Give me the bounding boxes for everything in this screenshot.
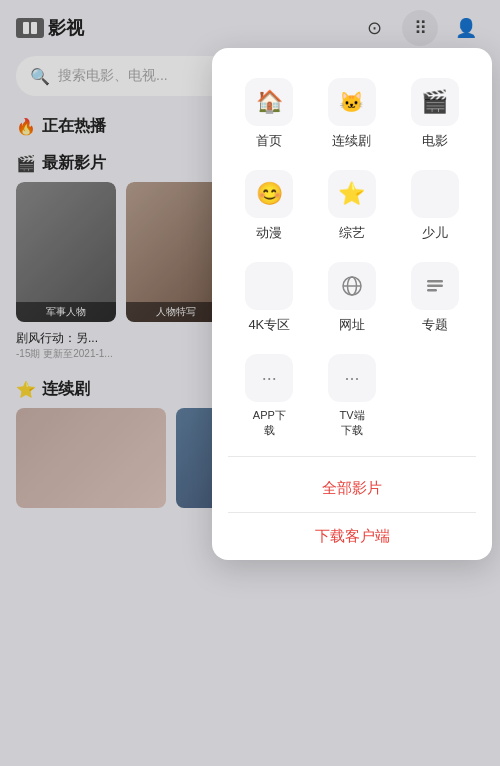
topic-icon bbox=[411, 262, 459, 310]
url-icon bbox=[328, 262, 376, 310]
tv-download-icon: ··· bbox=[328, 354, 376, 402]
menu-item-kids[interactable]: 少儿 bbox=[393, 160, 476, 252]
menu-item-variety[interactable]: ⭐ 综艺 bbox=[311, 160, 394, 252]
tv-download-label: TV端 下载 bbox=[339, 408, 364, 438]
home-icon: 🏠 bbox=[245, 78, 293, 126]
menu-item-topic[interactable]: 专题 bbox=[393, 252, 476, 344]
movie-label: 电影 bbox=[422, 132, 448, 150]
menu-item-url[interactable]: 网址 bbox=[311, 252, 394, 344]
topic-label: 专题 bbox=[422, 316, 448, 334]
app-download-icon: ··· bbox=[245, 354, 293, 402]
dropdown-menu: 🏠 首页 🐱 连续剧 🎬 电影 😊 动漫 ⭐ 综艺 少儿 4K专区 bbox=[212, 48, 492, 560]
url-label: 网址 bbox=[339, 316, 365, 334]
movie-icon: 🎬 bbox=[411, 78, 459, 126]
4k-label: 4K专区 bbox=[248, 316, 290, 334]
menu-item-anime[interactable]: 😊 动漫 bbox=[228, 160, 311, 252]
kids-label: 少儿 bbox=[422, 224, 448, 242]
menu-item-empty bbox=[393, 344, 476, 448]
variety-icon: ⭐ bbox=[328, 170, 376, 218]
svg-rect-4 bbox=[427, 285, 443, 288]
menu-item-home[interactable]: 🏠 首页 bbox=[228, 68, 311, 160]
anime-label: 动漫 bbox=[256, 224, 282, 242]
drama-icon: 🐱 bbox=[328, 78, 376, 126]
menu-item-4k[interactable]: 4K专区 bbox=[228, 252, 311, 344]
variety-label: 综艺 bbox=[339, 224, 365, 242]
svg-rect-5 bbox=[427, 289, 437, 292]
menu-item-movie[interactable]: 🎬 电影 bbox=[393, 68, 476, 160]
svg-rect-3 bbox=[427, 280, 443, 283]
kids-icon bbox=[411, 170, 459, 218]
menu-item-app-download[interactable]: ··· APP下 载 bbox=[228, 344, 311, 448]
drama-label: 连续剧 bbox=[332, 132, 371, 150]
menu-item-tv-download[interactable]: ··· TV端 下载 bbox=[311, 344, 394, 448]
anime-icon: 😊 bbox=[245, 170, 293, 218]
app-download-label: APP下 载 bbox=[253, 408, 286, 438]
all-films-button[interactable]: 全部影片 bbox=[228, 465, 476, 513]
menu-item-drama[interactable]: 🐱 连续剧 bbox=[311, 68, 394, 160]
4k-icon bbox=[245, 262, 293, 310]
menu-divider bbox=[228, 456, 476, 457]
menu-actions: 全部影片 下载客户端 bbox=[228, 465, 476, 560]
home-label: 首页 bbox=[256, 132, 282, 150]
download-client-button[interactable]: 下载客户端 bbox=[228, 513, 476, 560]
menu-grid: 🏠 首页 🐱 连续剧 🎬 电影 😊 动漫 ⭐ 综艺 少儿 4K专区 bbox=[228, 68, 476, 448]
